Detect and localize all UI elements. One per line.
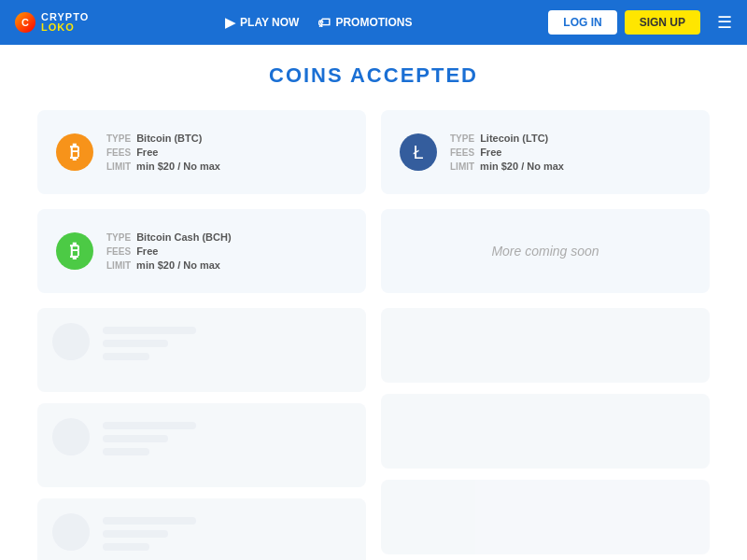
nav-promotions[interactable]: 🏷 PROMOTIONS xyxy=(317,15,412,30)
skeleton-circle-3 xyxy=(52,513,90,551)
btc-limit-value: min $20 / No max xyxy=(136,161,220,172)
coming-soon-card: More coming soon xyxy=(381,209,710,293)
skeleton-card-2 xyxy=(37,403,366,487)
ltc-fees-value: Free xyxy=(480,147,501,158)
ltc-limit-value: min $20 / No max xyxy=(480,161,564,172)
nav-play-now[interactable]: ▶ PLAY NOW xyxy=(225,15,299,30)
bch-type-label: TYPE xyxy=(106,232,131,243)
skeleton-right-2 xyxy=(381,394,710,469)
header: C CRYPTO LOKO ▶ PLAY NOW 🏷 PROMOTIONS LO… xyxy=(0,0,747,45)
skel-line xyxy=(103,448,149,455)
skel-line xyxy=(103,353,149,360)
bch-fees-row: FEES Free xyxy=(106,245,232,257)
btc-type-value: Bitcoin (BTC) xyxy=(136,133,202,144)
login-button[interactable]: LOG IN xyxy=(548,10,616,35)
skeleton-card-1 xyxy=(37,308,366,392)
ltc-icon: Ł xyxy=(400,133,437,171)
hamburger-icon[interactable]: ☰ xyxy=(717,12,732,33)
btc-fees-row: FEES Free xyxy=(106,147,220,158)
skel-line xyxy=(103,435,168,442)
bch-info: TYPE Bitcoin Cash (BCH) FEES Free LIMIT … xyxy=(106,231,232,271)
logo[interactable]: C CRYPTO LOKO xyxy=(15,12,89,33)
coin-card-bch: ₿ TYPE Bitcoin Cash (BCH) FEES Free LIMI… xyxy=(37,209,366,293)
skeleton-card-3 xyxy=(37,498,366,560)
skeleton-right-1 xyxy=(381,308,710,383)
logo-icon: C xyxy=(15,12,35,33)
ltc-type-value: Litecoin (LTC) xyxy=(480,133,548,144)
coin-card-btc: ₿ TYPE Bitcoin (BTC) FEES Free LIMIT min… xyxy=(37,110,366,194)
btc-fees-value: Free xyxy=(136,147,158,158)
skel-line xyxy=(103,327,196,334)
coins-grid: ₿ TYPE Bitcoin (BTC) FEES Free LIMIT min… xyxy=(37,110,710,293)
ltc-fees-row: FEES Free xyxy=(450,147,564,158)
ltc-type-label: TYPE xyxy=(450,133,474,144)
play-icon: ▶ xyxy=(225,15,235,30)
tag-icon: 🏷 xyxy=(317,15,331,30)
coin-card-ltc: Ł TYPE Litecoin (LTC) FEES Free LIMIT mi… xyxy=(381,110,710,194)
skeleton-circle-2 xyxy=(52,418,90,455)
page-title: COINS ACCEPTED xyxy=(37,63,710,88)
coming-soon-text: More coming soon xyxy=(491,244,599,259)
bch-limit-row: LIMIT min $20 / No max xyxy=(106,259,232,271)
bch-fees-value: Free xyxy=(136,245,158,257)
bch-type-value: Bitcoin Cash (BCH) xyxy=(136,231,231,243)
skel-line xyxy=(103,340,168,347)
ltc-fees-label: FEES xyxy=(450,147,474,158)
skeleton-lines-1 xyxy=(103,323,196,360)
promotions-label: PROMOTIONS xyxy=(335,16,412,29)
main-content: COINS ACCEPTED ₿ TYPE Bitcoin (BTC) FEES… xyxy=(0,45,747,560)
btc-type-row: TYPE Bitcoin (BTC) xyxy=(106,133,220,144)
bch-icon: ₿ xyxy=(56,232,93,270)
skeleton-section xyxy=(37,308,710,560)
header-nav: ▶ PLAY NOW 🏷 PROMOTIONS xyxy=(225,15,412,30)
skeleton-lines-2 xyxy=(103,418,196,455)
skeleton-circle-1 xyxy=(52,323,90,360)
skel-line xyxy=(103,517,196,525)
skel-line xyxy=(103,422,196,429)
skel-line xyxy=(103,543,149,551)
ltc-type-row: TYPE Litecoin (LTC) xyxy=(450,133,564,144)
header-buttons: LOG IN SIGN UP ☰ xyxy=(548,10,732,35)
btc-type-label: TYPE xyxy=(106,133,131,144)
bch-limit-value: min $20 / No max xyxy=(136,259,220,271)
ltc-limit-row: LIMIT min $20 / No max xyxy=(450,161,564,172)
bch-limit-label: LIMIT xyxy=(106,260,131,271)
bch-fees-label: FEES xyxy=(106,246,131,257)
ltc-limit-label: LIMIT xyxy=(450,161,474,172)
btc-fees-label: FEES xyxy=(106,147,131,158)
btc-icon: ₿ xyxy=(56,133,93,171)
btc-info: TYPE Bitcoin (BTC) FEES Free LIMIT min $… xyxy=(106,133,220,172)
ltc-info: TYPE Litecoin (LTC) FEES Free LIMIT min … xyxy=(450,133,564,172)
btc-limit-row: LIMIT min $20 / No max xyxy=(106,161,220,172)
skeleton-right-3 xyxy=(381,480,710,554)
skeleton-lines-3 xyxy=(103,513,196,551)
skel-line xyxy=(103,530,168,538)
play-now-label: PLAY NOW xyxy=(240,16,299,29)
signup-button[interactable]: SIGN UP xyxy=(625,10,700,35)
bch-type-row: TYPE Bitcoin Cash (BCH) xyxy=(106,231,232,243)
logo-text-bot: LOKO xyxy=(41,22,89,33)
btc-limit-label: LIMIT xyxy=(106,161,131,172)
